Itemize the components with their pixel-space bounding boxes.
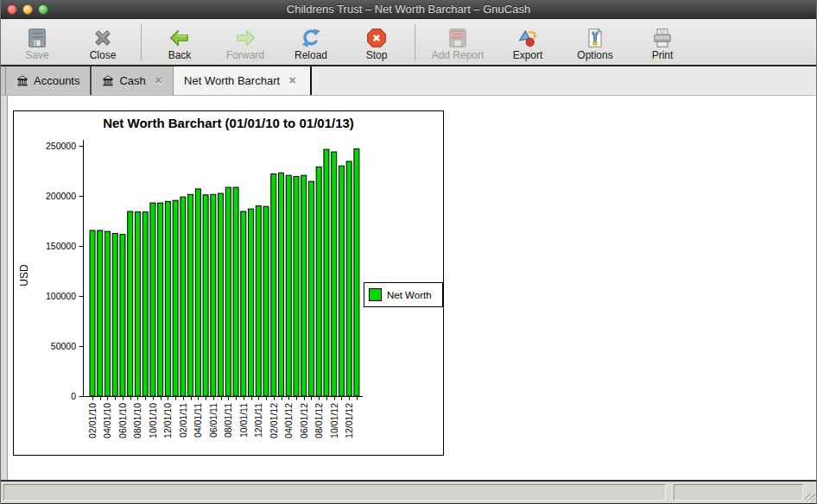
- print-label: Print: [652, 50, 674, 61]
- stop-label: Stop: [366, 50, 388, 61]
- bar-04/01/10: [104, 231, 110, 396]
- minimize-window-button[interactable]: [22, 4, 33, 15]
- save-label: Save: [25, 50, 48, 61]
- options-icon: [584, 27, 606, 49]
- y-axis-title: USD: [18, 264, 30, 287]
- forward-icon: [234, 27, 256, 49]
- y-tick-label: 250000: [46, 141, 76, 151]
- status-bar: [1, 482, 816, 504]
- y-tick-label: 200000: [46, 191, 76, 201]
- add-report-button[interactable]: Add Report: [421, 22, 495, 63]
- x-tick-label: 04/01/11: [193, 403, 203, 438]
- y-tick-label: 150000: [46, 241, 76, 251]
- close-label: Close: [90, 50, 117, 61]
- x-tick-label: 06/01/11: [208, 403, 218, 438]
- back-button[interactable]: Back: [147, 22, 212, 63]
- bar-03/01/12: [279, 173, 284, 396]
- toolbar: Save Close Back Forward: [1, 19, 816, 66]
- tab-net-worth-barchart-label: Net Worth Barchart: [184, 74, 280, 87]
- tab-bar-empty-area: [312, 66, 816, 95]
- export-button[interactable]: Export: [495, 22, 560, 63]
- bar-01/01/13: [354, 149, 359, 397]
- bar-04/01/12: [286, 175, 291, 396]
- close-button[interactable]: Close: [70, 22, 136, 63]
- bar-02/01/10: [90, 230, 95, 396]
- toolbar-separator: [415, 24, 415, 60]
- bar-01/01/12: [263, 206, 269, 396]
- bar-11/01/12: [339, 166, 344, 396]
- tab-accounts[interactable]: Accounts: [5, 66, 92, 95]
- reload-icon: [300, 27, 322, 49]
- bar-07/01/11: [218, 193, 224, 396]
- export-label: Export: [513, 50, 543, 61]
- report-view: 05000010000015000020000025000002/01/1004…: [1, 96, 816, 482]
- bar-07/01/10: [128, 211, 133, 396]
- x-tick-label: 08/01/11: [223, 403, 233, 438]
- stop-button[interactable]: Stop: [344, 22, 409, 63]
- tab-net-worth-barchart-close-icon[interactable]: ✕: [288, 75, 296, 86]
- chart-legend: Net Worth: [364, 282, 443, 307]
- x-tick-label: 02/01/12: [269, 403, 279, 438]
- progress-bar-area: [674, 484, 803, 501]
- print-button[interactable]: Print: [630, 22, 695, 63]
- y-tick-label: 0: [71, 391, 76, 401]
- options-label: Options: [577, 50, 612, 61]
- x-tick-label: 12/01/12: [344, 403, 354, 438]
- forward-button[interactable]: Forward: [212, 22, 278, 63]
- options-button[interactable]: Options: [560, 22, 630, 63]
- bar-10/01/10: [150, 203, 155, 396]
- bar-09/01/12: [324, 149, 329, 396]
- bar-11/01/11: [249, 209, 254, 396]
- x-tick-label: 10/01/11: [238, 403, 249, 438]
- close-window-button[interactable]: [7, 4, 17, 15]
- bank-icon: [102, 75, 114, 86]
- tab-cash-close-icon[interactable]: ✕: [155, 75, 162, 86]
- x-tick-label: 12/01/10: [162, 403, 173, 438]
- x-tick-label: 02/01/10: [87, 403, 98, 438]
- toolbar-separator: [141, 24, 142, 60]
- titlebar[interactable]: Childrens Trust – Net Worth Barchart – G…: [1, 0, 816, 19]
- chart-title: Net Worth Barchart (01/01/10 to 01/01/13…: [14, 116, 443, 130]
- bar-06/01/12: [301, 175, 307, 396]
- reload-label: Reload: [294, 50, 327, 61]
- bar-11/01/10: [158, 203, 163, 396]
- x-tick-label: 08/01/12: [314, 403, 324, 438]
- tab-bar: Accounts Cash ✕ Net Worth Barchart ✕: [1, 66, 816, 96]
- resize-grip[interactable]: [802, 489, 815, 502]
- tab-net-worth-barchart[interactable]: Net Worth Barchart ✕: [173, 66, 312, 95]
- bar-02/01/12: [271, 174, 276, 397]
- bar-12/01/11: [256, 206, 261, 396]
- x-tick-label: 12/01/11: [253, 403, 263, 438]
- status-message-area: [3, 484, 666, 501]
- bar-01/01/11: [173, 200, 178, 396]
- save-button[interactable]: Save: [4, 22, 70, 63]
- bar-08/01/12: [316, 167, 321, 396]
- bar-05/01/11: [203, 195, 208, 396]
- net-worth-chart-frame: 05000010000015000020000025000002/01/1004…: [13, 110, 444, 456]
- bank-icon: [16, 75, 28, 86]
- zoom-window-button[interactable]: [38, 4, 48, 15]
- window-controls: [7, 4, 48, 15]
- reload-button[interactable]: Reload: [278, 22, 344, 63]
- bar-08/01/11: [225, 187, 231, 396]
- window-title: Childrens Trust – Net Worth Barchart – G…: [287, 3, 530, 16]
- left-gutter: [1, 96, 8, 480]
- forward-label: Forward: [226, 50, 264, 61]
- close-icon: [92, 27, 114, 49]
- bar-12/01/10: [165, 201, 170, 396]
- bar-10/01/11: [241, 211, 246, 396]
- back-label: Back: [168, 50, 192, 61]
- x-tick-label: 06/01/10: [117, 403, 128, 438]
- bar-10/01/12: [332, 152, 337, 396]
- bar-08/01/10: [135, 212, 140, 396]
- tab-cash[interactable]: Cash ✕: [92, 66, 173, 95]
- x-tick-label: 04/01/10: [102, 403, 112, 438]
- legend-label-net-worth: Net Worth: [387, 290, 432, 300]
- legend-swatch-net-worth: [369, 288, 382, 301]
- bar-02/01/11: [180, 197, 186, 396]
- bar-06/01/11: [211, 194, 216, 396]
- bar-05/01/12: [294, 176, 299, 396]
- tab-accounts-label: Accounts: [34, 74, 79, 87]
- bar-12/01/12: [346, 161, 352, 396]
- save-icon: [26, 27, 48, 49]
